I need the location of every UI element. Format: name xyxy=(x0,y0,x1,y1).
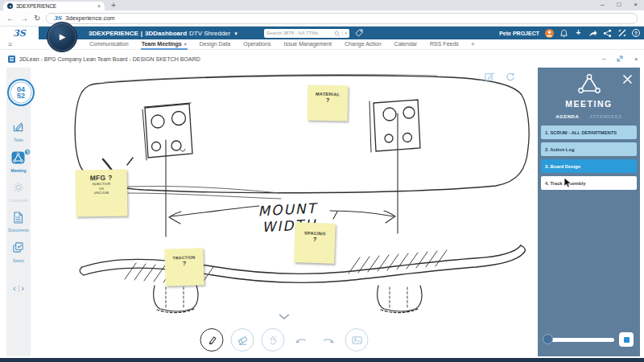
tab-communication[interactable]: Communication xyxy=(89,39,130,50)
3ds-logo-icon: 3S xyxy=(13,29,26,38)
browser-tabstrip: 3DEXPERIENCE × + – □ × xyxy=(0,0,644,10)
reload-icon[interactable]: ↻ xyxy=(34,14,40,23)
compass-play-icon: ▶ xyxy=(60,33,66,41)
share-arrow-icon[interactable] xyxy=(588,29,597,38)
edit-sketch-icon[interactable] xyxy=(485,70,494,84)
mouse-cursor xyxy=(564,177,572,191)
tab-rss-feeds[interactable]: RSS Feeds xyxy=(429,39,460,50)
browser-window: 3DEXPERIENCE × + – □ × ← → ↻ 3S 3dexperi… xyxy=(0,0,644,362)
tab-operations[interactable]: Operations xyxy=(242,39,271,50)
slider-knob[interactable] xyxy=(543,334,553,344)
window-minimize-button[interactable]: – xyxy=(601,1,604,9)
lean-sidebar: 04 52 Tools 5 Meeting Customize xyxy=(6,68,31,356)
window-close-button[interactable]: × xyxy=(634,1,638,9)
window-maximize-button[interactable]: □ xyxy=(617,1,621,9)
agenda-item-2[interactable]: 2. Action Log xyxy=(541,142,637,156)
tools-icon xyxy=(12,121,24,136)
sticky-note-mfg[interactable]: MFG ? INJECTION VS VACUUM xyxy=(75,169,127,216)
snap-note-tool-button[interactable] xyxy=(262,328,285,352)
user-name[interactable]: Pete PROJECT xyxy=(499,31,539,36)
widget-body: 04 52 Tools 5 Meeting Customize xyxy=(0,68,644,356)
toolbar-collapse-icon[interactable] xyxy=(279,308,290,323)
avatar[interactable] xyxy=(545,29,554,38)
new-tab-button[interactable]: + xyxy=(111,2,116,10)
truck-right xyxy=(378,286,422,313)
meeting-timer[interactable]: 04 52 xyxy=(7,79,35,106)
page-left-icon[interactable]: ‹ xyxy=(13,284,15,293)
mount-plate-right xyxy=(369,100,420,152)
slider-track[interactable] xyxy=(544,338,614,342)
tab-issue-management[interactable]: Issue Management xyxy=(283,39,333,50)
refresh-icon[interactable] xyxy=(506,70,515,84)
mount-plate-left xyxy=(142,103,192,160)
search-icon[interactable] xyxy=(334,26,341,40)
sidebar-item-select[interactable]: Select xyxy=(12,241,24,263)
tab-title: 3DEXPERIENCE xyxy=(16,3,94,9)
insert-image-button[interactable] xyxy=(345,328,369,352)
url-field[interactable]: 3S 3dexperience.com xyxy=(46,13,638,24)
sticky-note-material[interactable]: MATERIAL ? xyxy=(308,85,349,121)
tab-change-action[interactable]: Change Action xyxy=(344,39,382,50)
undo-button[interactable] xyxy=(292,328,312,352)
stop-button[interactable] xyxy=(619,332,634,347)
app-name: 3DDashboard xyxy=(145,30,187,37)
widget-titlebar: 3DLean - BPG Company Lean Team Board - D… xyxy=(0,50,644,68)
global-search[interactable]: ▾ xyxy=(264,29,349,38)
tab-team-meetings[interactable]: Team Meetings▾ xyxy=(141,39,188,50)
agenda-item-4[interactable]: 4. Track Assembly xyxy=(541,176,637,190)
widget-title: 3DLean - BPG Company Lean Team Board - D… xyxy=(19,56,200,62)
sidebar-item-documents[interactable]: Documents xyxy=(8,212,28,233)
sticky-note-traction[interactable]: TRACTION ? xyxy=(164,248,204,286)
bottom-window-edge xyxy=(0,358,644,362)
sidebar-item-tools[interactable]: Tools xyxy=(12,121,24,142)
sidebar-item-customize: Customize xyxy=(9,182,28,203)
dashboard-name[interactable]: DTV Shredder xyxy=(189,30,230,37)
page-right-icon[interactable]: › xyxy=(22,284,24,293)
app-title: 3DEXPERIENCE | 3DDashboard DTV Shredder … xyxy=(89,30,237,37)
notifications-bell-icon[interactable] xyxy=(559,29,568,38)
sidebar-pager: ‹ › xyxy=(13,284,24,293)
tab-calendar[interactable]: Calendar xyxy=(394,39,418,50)
widget-expand-icon[interactable] xyxy=(616,51,624,66)
back-icon[interactable]: ← xyxy=(6,14,14,23)
agenda-list: 1. SCRUM - ALL DEPARTMENTS 2. Action Log… xyxy=(538,125,640,190)
add-content-icon[interactable]: + xyxy=(574,29,583,38)
compass-menu-button[interactable]: ▶ xyxy=(47,22,77,52)
document-icon xyxy=(13,212,23,227)
sidebar-item-meeting[interactable]: 5 Meeting xyxy=(11,151,27,174)
tab-close-icon[interactable]: × xyxy=(97,3,101,9)
search-scope-dropdown-icon[interactable]: ▾ xyxy=(345,31,347,35)
agenda-item-1[interactable]: 1. SCRUM - ALL DEPARTMENTS xyxy=(541,125,637,139)
search-input[interactable] xyxy=(266,31,332,35)
dashboard-dropdown-icon[interactable]: ▾ xyxy=(234,31,237,37)
panel-close-icon[interactable] xyxy=(622,73,633,88)
widget-minimize-icon[interactable]: – xyxy=(601,56,605,63)
sticky-note-spacing[interactable]: SPACING ? xyxy=(294,222,336,264)
truck-left xyxy=(154,286,198,313)
tab-agenda[interactable]: AGENDA xyxy=(555,114,579,119)
panel-title: MEETING xyxy=(565,99,612,109)
forward-icon[interactable]: → xyxy=(20,14,28,23)
help-icon[interactable]: ? xyxy=(632,29,640,37)
agenda-item-3[interactable]: 3. Board Design xyxy=(541,159,637,173)
pager-divider xyxy=(19,285,19,292)
sketch-board-canvas[interactable]: MOUNT WIDTH MATERIAL ? MFG ? INJECTION V… xyxy=(31,68,538,356)
tab-attendees[interactable]: ATTENDEES xyxy=(589,114,621,119)
pen-tool-button[interactable] xyxy=(200,328,224,352)
tab-dropdown-icon[interactable]: ▾ xyxy=(184,41,187,47)
dassault-logo-block: 3S xyxy=(0,27,39,39)
share-network-icon[interactable] xyxy=(603,29,612,38)
tag-icon[interactable] xyxy=(354,29,363,38)
add-dashboard-tab-button[interactable]: + xyxy=(471,40,475,48)
tab-favicon-icon xyxy=(7,3,13,9)
apps-grid-icon[interactable] xyxy=(617,29,626,38)
browser-tab[interactable]: 3DEXPERIENCE × xyxy=(3,2,105,10)
meeting-panel: MEETING AGENDA ATTENDEES 1. SCRUM - ALL … xyxy=(538,68,640,356)
eraser-tool-button[interactable] xyxy=(231,328,254,352)
widget-collapse-icon[interactable]: ▾ xyxy=(634,56,638,62)
search-divider xyxy=(342,31,343,36)
dashboard-menu-icon[interactable]: ≡ xyxy=(8,41,12,48)
timer-slider xyxy=(544,332,634,347)
redo-button[interactable] xyxy=(319,328,338,352)
tab-design-data[interactable]: Design Data xyxy=(199,39,232,50)
